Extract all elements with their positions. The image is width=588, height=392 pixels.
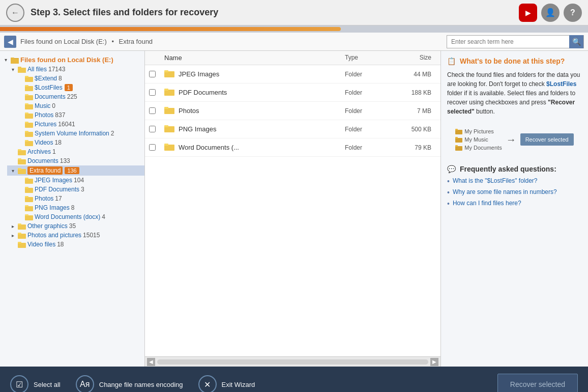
- worddocx-folder-icon: [25, 213, 33, 220]
- svg-rect-33: [25, 196, 28, 198]
- faq-item-find[interactable]: • How can I find files here?: [447, 200, 582, 208]
- recover-selected-button[interactable]: Recover selected: [497, 374, 578, 392]
- svg-rect-58: [455, 146, 462, 151]
- encoding-icon: Aя: [76, 375, 94, 392]
- scroll-right-button[interactable]: ▶: [430, 358, 438, 366]
- svg-rect-16: [25, 123, 33, 128]
- row-size-jpeg: 44 MB: [396, 71, 436, 78]
- svg-rect-38: [18, 225, 26, 230]
- diagram-recover-button[interactable]: Recover selected: [520, 133, 574, 146]
- word-row-folder-icon: [164, 143, 174, 152]
- faq-link-lostfiles[interactable]: What is the "$LostFiles" folder?: [453, 177, 538, 184]
- col-header-type: Type: [345, 54, 396, 62]
- extrafound-folder-icon: [18, 167, 26, 174]
- tree-item-png[interactable]: PNG Images 8: [14, 203, 144, 212]
- svg-rect-32: [25, 197, 33, 202]
- tree-item-videos[interactable]: Videos 18: [14, 138, 144, 147]
- breadcrumb-toggle-button[interactable]: ◀: [4, 36, 16, 48]
- tree-item-videofiles[interactable]: Video files 18: [7, 240, 144, 249]
- tree-item-worddocx[interactable]: Word Documents (docx) 4: [14, 212, 144, 221]
- file-list-panel: Name Type Size JPEG Images Folder 44 MB: [145, 51, 440, 367]
- svg-rect-13: [25, 103, 28, 105]
- svg-rect-24: [18, 159, 26, 164]
- back-button[interactable]: ←: [6, 4, 24, 22]
- row-name-word: Word Documents (...: [164, 143, 345, 152]
- pictures-folder-icon: [25, 121, 33, 128]
- svg-rect-15: [25, 113, 28, 114]
- sysvolinfo-folder-icon: [25, 130, 33, 137]
- svg-rect-10: [25, 95, 33, 100]
- tree-item-sysvolinfo[interactable]: System Volume Information 2: [14, 129, 144, 138]
- scroll-track[interactable]: [157, 359, 428, 365]
- svg-rect-41: [18, 233, 21, 234]
- row-checkbox-word[interactable]: [149, 144, 156, 151]
- tree-item-pdf[interactable]: PDF Documents 3: [14, 185, 144, 194]
- left-panel: ▾ Files found on Local Disk (E:) ▾: [0, 51, 145, 367]
- tree-item-jpeg[interactable]: JPEG Images 104: [14, 176, 144, 185]
- tree-item-lostfiles[interactable]: $LostFiles 1: [14, 83, 144, 92]
- tree-item-othergraphics[interactable]: ▸ Other graphics 35: [7, 221, 144, 231]
- diagram-folder-mydocuments: My Documents: [455, 145, 502, 151]
- photos-folder-icon: [25, 111, 33, 119]
- photospictures-folder-icon: [18, 232, 26, 239]
- exit-button[interactable]: ✕ Exit Wizard: [198, 375, 255, 392]
- file-list-row[interactable]: Photos Folder 7 MB: [145, 102, 440, 120]
- tree-item-photos[interactable]: Photos 837: [14, 110, 144, 120]
- user-button[interactable]: 👤: [541, 4, 560, 22]
- tree-item-pictures[interactable]: Pictures 16041: [14, 120, 144, 129]
- extrafound-badge: 136: [65, 167, 79, 174]
- allfiles-expand-icon[interactable]: ▾: [9, 66, 16, 73]
- row-name-png: PNG Images: [164, 124, 345, 134]
- expand-icon[interactable]: ▾: [2, 57, 9, 64]
- tree-root-item[interactable]: ▾ Files found on Local Disk (E:): [0, 55, 144, 65]
- row-type-photos: Folder: [345, 107, 396, 115]
- faq-item-lostfiles[interactable]: • What is the "$LostFiles" folder?: [447, 177, 582, 185]
- tree-item-archives[interactable]: Archives 1: [7, 147, 144, 156]
- file-list-row[interactable]: PNG Images Folder 500 KB: [145, 120, 440, 138]
- svg-rect-57: [455, 137, 458, 138]
- row-size-word: 79 KB: [396, 144, 436, 151]
- svg-rect-42: [18, 243, 26, 248]
- scroll-left-button[interactable]: ◀: [147, 358, 155, 366]
- jpeg-folder-icon: [25, 177, 33, 184]
- row-size-png: 500 KB: [396, 126, 436, 133]
- faq-link-numbers[interactable]: Why are some file names in numbers?: [453, 188, 557, 195]
- file-list-row[interactable]: PDF Documents Folder 188 KB: [145, 83, 440, 102]
- select-all-button[interactable]: ☑ Select all: [10, 375, 61, 392]
- svg-rect-55: [455, 129, 458, 130]
- tree-item-photospictures[interactable]: ▸ Photos and pictures 15015: [7, 231, 144, 240]
- pdf-row-folder-icon: [164, 88, 174, 97]
- breadcrumb-bar: ◀ Files found on Local Disk (E:) • Extra…: [0, 33, 588, 51]
- extend-label: $Extend: [35, 75, 57, 82]
- videofiles-folder-icon: [18, 241, 26, 248]
- tree-item-extrafound[interactable]: ▾ Extra found 136: [7, 165, 144, 176]
- encoding-button[interactable]: Aя Change file names encoding: [76, 375, 183, 392]
- horizontal-scrollbar[interactable]: ◀ ▶: [145, 356, 440, 367]
- faq-bullet-2: •: [447, 188, 450, 197]
- music-folder-icon: [25, 102, 33, 109]
- tree-item-music[interactable]: Music 0: [14, 101, 144, 110]
- help-button[interactable]: ?: [564, 4, 582, 22]
- youtube-button[interactable]: ▶: [519, 4, 537, 22]
- row-checkbox-png[interactable]: [149, 126, 156, 132]
- search-input[interactable]: [447, 38, 569, 45]
- tree-item-extend[interactable]: $Extend 8: [14, 74, 144, 83]
- tree-item-allfiles[interactable]: ▾ All files 17143: [7, 65, 144, 74]
- faq-item-numbers[interactable]: • Why are some file names in numbers?: [447, 188, 582, 197]
- row-size-pdf: 188 KB: [396, 89, 436, 96]
- select-all-icon: ☑: [10, 375, 28, 392]
- search-button[interactable]: 🔍: [569, 35, 583, 48]
- row-checkbox-photos[interactable]: [149, 107, 156, 114]
- tree-item-photos2[interactable]: Photos 17: [14, 194, 144, 203]
- photos-row-folder-icon: [164, 106, 174, 116]
- file-list-row[interactable]: JPEG Images Folder 44 MB: [145, 65, 440, 83]
- col-header-size: Size: [396, 54, 436, 62]
- row-checkbox-pdf[interactable]: [149, 89, 156, 96]
- svg-rect-54: [455, 130, 462, 134]
- tree-item-docs[interactable]: Documents 133: [7, 156, 144, 165]
- row-checkbox-jpeg[interactable]: [149, 71, 156, 77]
- faq-link-find[interactable]: How can I find files here?: [453, 200, 521, 207]
- svg-rect-39: [18, 223, 21, 225]
- tree-item-documents[interactable]: Documents 225: [14, 92, 144, 101]
- file-list-row[interactable]: Word Documents (... Folder 79 KB: [145, 138, 440, 157]
